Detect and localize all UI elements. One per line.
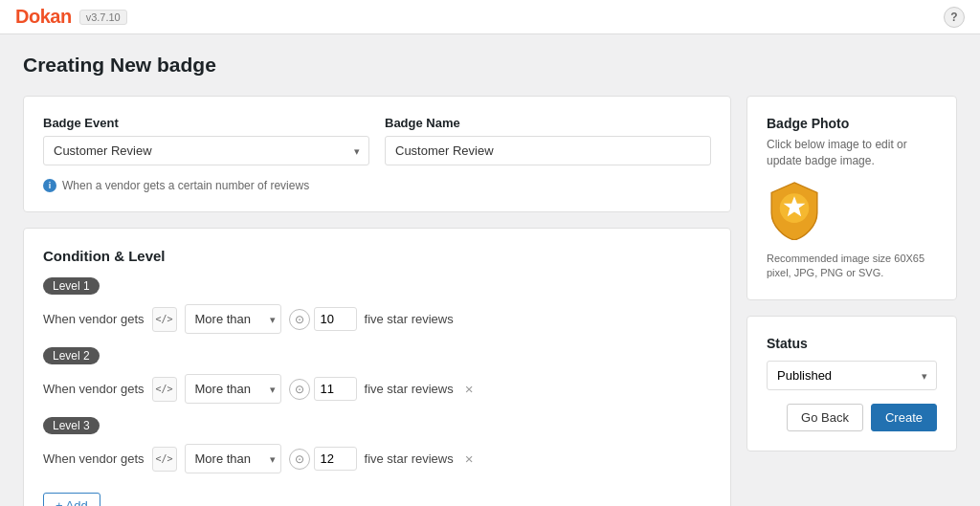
status-select[interactable]: Published Draft <box>767 361 937 390</box>
level-1-code-button[interactable]: </> <box>152 307 177 332</box>
level-3-remove-button[interactable]: × <box>461 450 478 468</box>
level-3-review-text: five star reviews <box>365 451 454 466</box>
left-column: Badge Event Customer Review Order Count … <box>23 96 731 506</box>
status-title: Status <box>767 336 937 351</box>
action-buttons: Go Back Create <box>767 404 937 431</box>
badge-name-input[interactable] <box>385 136 711 165</box>
level-2-badge: Level 2 <box>43 347 100 364</box>
create-button[interactable]: Create <box>871 404 937 431</box>
level-2-review-text: five star reviews <box>365 382 454 396</box>
level-3-condition-select[interactable]: More than Less than Equal to <box>185 444 281 473</box>
condition-card: Condition & Level Level 1 When vendor ge… <box>23 228 731 506</box>
level-1-badge: Level 1 <box>43 277 100 295</box>
level-3-when-label: When vendor gets <box>43 451 145 466</box>
page-title: Creating New badge <box>23 54 957 77</box>
badge-event-group: Badge Event Customer Review Order Count … <box>43 116 369 165</box>
level-1-when-label: When vendor gets <box>43 312 145 326</box>
badge-shield-icon <box>767 181 822 240</box>
go-back-button[interactable]: Go Back <box>787 404 863 431</box>
badge-photo-title: Badge Photo <box>767 116 937 131</box>
logo: Dokan <box>15 6 72 28</box>
level-2-section: Level 2 When vendor gets </> More than L… <box>43 347 711 404</box>
level-1-section: Level 1 When vendor gets </> More than L… <box>43 277 711 334</box>
level-2-row: When vendor gets </> More than Less than… <box>43 374 711 404</box>
level-1-review-text: five star reviews <box>365 312 454 326</box>
level-3-code-button[interactable]: </> <box>152 447 177 472</box>
status-card: Status Published Draft ▾ Go Back Create <box>746 316 957 451</box>
version-badge: v3.7.10 <box>79 10 127 25</box>
badge-photo-card: Badge Photo Click below image to edit or… <box>746 96 957 300</box>
info-icon: i <box>43 179 56 192</box>
add-level-button[interactable]: + Add <box>43 493 100 506</box>
top-bar: Dokan v3.7.10 ? <box>0 0 980 34</box>
level-1-row: When vendor gets </> More than Less than… <box>43 304 711 334</box>
level-3-badge: Level 3 <box>43 417 100 434</box>
hint-text: When a vendor gets a certain number of r… <box>62 179 309 192</box>
badge-event-card: Badge Event Customer Review Order Count … <box>23 96 731 212</box>
logo-area: Dokan v3.7.10 <box>15 6 127 28</box>
level-1-number-input[interactable] <box>314 307 357 331</box>
level-1-condition-select[interactable]: More than Less than Equal to <box>185 304 281 334</box>
badge-photo-hint: Click below image to edit or update badg… <box>767 137 937 169</box>
level-2-num-icon: ⊙ <box>289 379 310 400</box>
level-2-when-label: When vendor gets <box>43 382 145 396</box>
level-2-number-wrapper: ⊙ <box>289 377 357 401</box>
badge-name-group: Badge Name <box>385 116 711 165</box>
level-3-num-icon: ⊙ <box>289 449 310 470</box>
badge-name-label: Badge Name <box>385 116 711 130</box>
badge-image-button[interactable] <box>767 181 937 240</box>
badge-size-hint: Recommended image size 60X65 pixel, JPG,… <box>767 252 937 281</box>
level-2-condition-select[interactable]: More than Less than Equal to <box>185 374 281 404</box>
level-2-number-input[interactable] <box>314 377 357 401</box>
badge-event-select[interactable]: Customer Review Order Count Sales Amount <box>43 136 369 165</box>
level-2-remove-button[interactable]: × <box>461 380 478 398</box>
level-3-row: When vendor gets </> More than Less than… <box>43 444 711 473</box>
right-column: Badge Photo Click below image to edit or… <box>746 96 957 451</box>
level-1-number-wrapper: ⊙ <box>289 307 357 331</box>
level-2-code-button[interactable]: </> <box>152 377 177 402</box>
level-3-number-wrapper: ⊙ <box>289 447 357 471</box>
hint-row: i When a vendor gets a certain number of… <box>43 179 711 192</box>
level-1-num-icon: ⊙ <box>289 309 310 330</box>
level-3-section: Level 3 When vendor gets </> More than L… <box>43 417 711 473</box>
badge-event-label: Badge Event <box>43 116 369 130</box>
help-button[interactable]: ? <box>944 7 965 28</box>
level-3-number-input[interactable] <box>314 447 357 471</box>
condition-title: Condition & Level <box>43 248 711 264</box>
